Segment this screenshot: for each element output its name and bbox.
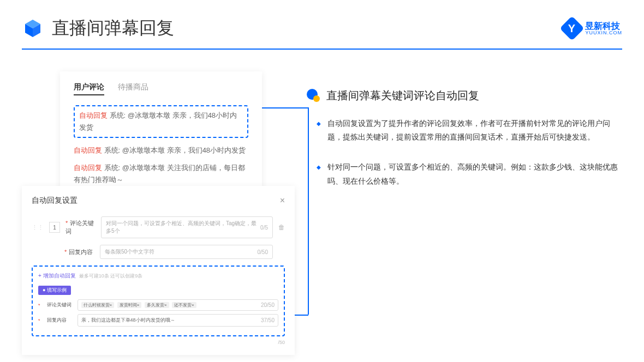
bottom-count: /50 <box>32 340 285 345</box>
bullet-item: 自动回复设置为了提升作者的评论回复效率，作者可在开播前针对常见的评论用户问题，提… <box>317 117 622 144</box>
screenshot-column: 用户评论 待播商品 自动回复 系统: @冰墩墩本墩 亲亲，我们48小时内发货 自… <box>22 71 284 204</box>
example-content-row: * 回复内容 亲，我们这边都是下单48小时内发货的哦～ 37/50 <box>38 314 278 327</box>
auto-reply-tag: 自动回复 <box>74 164 102 172</box>
index-box: 1 <box>49 222 60 233</box>
delete-icon[interactable]: 🗑 <box>278 224 285 231</box>
connector-line <box>262 107 308 108</box>
page-title: 直播间弹幕回复 <box>52 16 174 40</box>
tab-pending-products[interactable]: 待播商品 <box>118 82 148 95</box>
section-heading: 直播间弹幕关键词评论自动回复 <box>326 88 479 103</box>
tabs: 用户评论 待播商品 <box>74 82 248 95</box>
brand-logo: Y 昱新科技 YUUXIN.COM <box>563 20 622 37</box>
tag-chip[interactable]: 什么时候发货× <box>81 302 115 308</box>
section-title: 直播间弹幕关键词评论自动回复 <box>306 88 622 103</box>
tab-user-comments[interactable]: 用户评论 <box>74 82 104 95</box>
svg-point-1 <box>313 95 320 102</box>
example-section: + 增加自动回复最多可建10条 还可以创建9条 ● 填写示例 * 评论关键词 什… <box>32 266 285 336</box>
chat-bubble-icon <box>306 88 321 103</box>
highlighted-comment: 自动回复 系统: @冰墩墩本墩 亲亲，我们48小时内发货 <box>74 105 248 138</box>
example-keyword-row: * 评论关键词 什么时候发货× 发货时间× 多久发货× 还不发货× 20/50 <box>38 299 278 311</box>
comment-text: 系统: @冰墩墩本墩 亲亲，我们48小时内发货 <box>102 146 246 154</box>
logo-text-cn: 昱新科技 <box>585 22 622 31</box>
header-left: 直播间弹幕回复 <box>22 16 174 40</box>
auto-reply-tag: 自动回复 <box>74 146 102 154</box>
bullet-item: 针对同一个问题，可设置多个相近的、高频的关键词。例如：这款多少钱、这块能优惠吗、… <box>317 160 622 188</box>
example-badge: ● 填写示例 <box>38 286 71 295</box>
description-column: 直播间弹幕关键词评论自动回复 自动回复设置为了提升作者的评论回复效率，作者可在开… <box>306 71 622 204</box>
settings-title: 自动回复设置 <box>32 196 77 206</box>
comment-item: 自动回复 系统: @冰墩墩本墩 亲亲，我们48小时内发货 <box>74 144 248 156</box>
logo-text-en: YUUXIN.COM <box>585 31 622 35</box>
example-keyword-input[interactable]: 什么时候发货× 发货时间× 多久发货× 还不发货× 20/50 <box>77 299 278 311</box>
tag-chip[interactable]: 还不发货× <box>172 302 196 308</box>
form-row-content: *回复内容 每条限50个中文字符 0/50 <box>32 245 285 259</box>
tag-chip[interactable]: 发货时间× <box>117 302 142 308</box>
keyword-input[interactable]: 对同一个问题，可设置多个相近、高频的关键词，Tag确定，最多5个 0/5 <box>101 216 273 238</box>
cube-icon <box>22 17 44 39</box>
page-header: 直播间弹幕回复 Y 昱新科技 YUUXIN.COM <box>0 0 644 49</box>
tag-chip[interactable]: 多久发货× <box>145 302 169 308</box>
close-icon[interactable]: × <box>280 196 285 206</box>
add-auto-reply-link[interactable]: + 增加自动回复最多可建10条 还可以创建9条 <box>38 272 278 280</box>
auto-reply-tag: 自动回复 <box>79 111 108 119</box>
example-content-input[interactable]: 亲，我们这边都是下单48小时内发货的哦～ 37/50 <box>77 314 278 327</box>
auto-reply-settings-panel: 自动回复设置 × ⋮⋮ 1 *评论关键词 对同一个问题，可设置多个相近、高频的关… <box>22 186 295 355</box>
logo-badge-icon: Y <box>560 16 585 40</box>
comment-item: 自动回复 系统: @冰墩墩本墩 关注我们的店铺，每日都有热门推荐呦～ <box>74 162 248 186</box>
bullet-list: 自动回复设置为了提升作者的评论回复效率，作者可在开播前针对常见的评论用户问题，提… <box>306 117 622 188</box>
comment-panel: 用户评论 待播商品 自动回复 系统: @冰墩墩本墩 亲亲，我们48小时内发货 自… <box>60 71 262 202</box>
content-input[interactable]: 每条限50个中文字符 0/50 <box>100 245 273 259</box>
form-row-keyword: ⋮⋮ 1 *评论关键词 对同一个问题，可设置多个相近、高频的关键词，Tag确定，… <box>32 216 285 238</box>
